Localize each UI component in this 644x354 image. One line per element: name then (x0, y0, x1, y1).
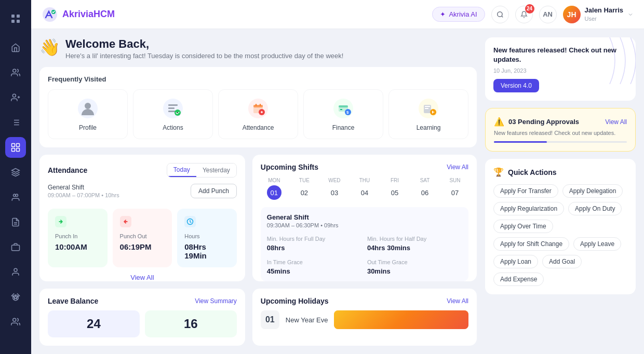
freq-item-learning[interactable]: Learning (388, 89, 468, 139)
notification-button[interactable]: 24 (515, 6, 533, 23)
in-grace-value: 45mins (267, 267, 362, 275)
list-icon[interactable] (5, 112, 26, 133)
tab-yesterday[interactable]: Yesterday (196, 164, 236, 177)
quick-actions-title-text: Quick Actions (508, 168, 557, 176)
dashboard-icon[interactable] (5, 137, 26, 158)
shift-detail-time: 09:30AM – 06:30PM • 09hrs (267, 222, 462, 228)
svg-rect-0 (11, 15, 15, 18)
new-features-card: New features released! Check out new upd… (485, 37, 636, 101)
days-row: MON 01 TUE 02 WED 03 THU (261, 178, 468, 200)
freq-profile-label: Profile (79, 124, 97, 131)
teams2-icon[interactable] (5, 311, 26, 332)
holiday-date: 01 (261, 310, 279, 329)
svg-text:$: $ (346, 110, 349, 115)
version-button[interactable]: Version 4.0 (493, 79, 539, 92)
qa-apply-delegation[interactable]: Apply Delegation (562, 184, 623, 198)
grid-menu-icon[interactable] (5, 8, 26, 29)
user-menu[interactable]: JH Jalen Harris User (563, 6, 634, 23)
shifts-view-all[interactable]: View All (447, 164, 468, 171)
freq-item-profile[interactable]: Profile (48, 89, 128, 139)
holidays-view-all[interactable]: View All (447, 297, 468, 305)
qa-apply-over-time[interactable]: Apply Over Time (493, 220, 553, 233)
leave-value-1: 24 (48, 310, 140, 337)
day-wed[interactable]: WED 03 (321, 178, 348, 200)
day-sat[interactable]: SAT 06 (411, 178, 438, 200)
shift-detail-card: General Shift 09:30AM – 06:30PM • 09hrs … (261, 207, 468, 281)
day-tue[interactable]: TUE 02 (291, 178, 318, 200)
document-icon[interactable] (5, 212, 26, 233)
medal-icon[interactable] (5, 287, 26, 307)
svg-rect-3 (17, 20, 20, 23)
svg-point-5 (12, 94, 16, 97)
attendance-card: Attendance Today Yesterday General Shift… (39, 155, 245, 281)
punch-out-card: Punch Out 06:19PM (113, 209, 172, 267)
home-icon[interactable] (5, 37, 26, 58)
in-grace-label: In Time Grace (267, 259, 303, 265)
day-sun[interactable]: SUN 07 (441, 178, 468, 200)
middle-row: Attendance Today Yesterday General Shift… (39, 155, 477, 281)
svg-rect-48 (339, 105, 348, 107)
akrivia-ai-button[interactable]: ✦ Akrivia AI (432, 7, 485, 22)
min-half-day-label: Min. Hours for Half Day (367, 236, 426, 242)
punch-out-value: 06:19PM (120, 242, 165, 251)
day-thu[interactable]: THU 04 (351, 178, 378, 200)
attendance-shift-time: 09:00AM – 07:00PM • 10hrs (48, 192, 119, 198)
svg-rect-17 (17, 148, 20, 152)
holiday-item: 01 New Year Eve (261, 310, 468, 329)
right-panel: New features released! Check out new upd… (485, 37, 636, 346)
left-panel: 👋 Welcome Back, Here's a lil' interestin… (39, 37, 477, 346)
content-area: 👋 Welcome Back, Here's a lil' interestin… (31, 29, 644, 354)
qa-add-goal[interactable]: Add Goal (542, 255, 582, 268)
qa-add-expense[interactable]: Add Expense (493, 273, 544, 286)
freq-item-finance[interactable]: $ Finance (303, 89, 383, 139)
freq-item-attendance[interactable]: Attendance (218, 89, 298, 139)
team-icon[interactable] (5, 162, 26, 183)
leave-balance-title: Leave Balance (48, 297, 98, 305)
add-punch-button[interactable]: Add Punch (191, 184, 237, 198)
qa-apply-loan[interactable]: Apply Loan (493, 255, 538, 268)
hours-icon (184, 216, 230, 230)
tab-today[interactable]: Today (167, 164, 196, 177)
holiday-image (334, 310, 468, 329)
punch-out-label: Punch Out (120, 233, 165, 239)
attendance-tab-group: Today Yesterday (167, 163, 237, 178)
people-icon[interactable] (5, 62, 26, 83)
svg-rect-41 (256, 104, 257, 106)
logo-icon (42, 6, 58, 23)
hours-card: Hours 08Hrs 19Min (177, 209, 237, 267)
user-avatar: JH (563, 6, 581, 23)
leave-view-summary[interactable]: View Summary (195, 297, 236, 305)
day-fri[interactable]: FRI 05 (381, 178, 408, 200)
svg-rect-14 (12, 144, 15, 147)
svg-point-4 (13, 69, 16, 72)
freq-item-actions[interactable]: Actions (133, 89, 213, 139)
attendance-view-all[interactable]: View All (48, 274, 237, 281)
person-add-icon[interactable] (5, 87, 26, 108)
min-full-day-label: Min. Hours for Full Day (267, 236, 325, 242)
qa-apply-on-duty[interactable]: Apply On Duty (568, 202, 622, 215)
qa-apply-transfer[interactable]: Apply For Transfer (493, 184, 558, 198)
pending-view-all[interactable]: View All (605, 118, 627, 126)
person2-icon[interactable] (5, 262, 26, 282)
freq-learning-label: Learning (417, 124, 441, 131)
qa-apply-shift-change[interactable]: Apply for Shift Change (493, 237, 569, 251)
qa-apply-leave[interactable]: Apply Leave (573, 237, 621, 251)
svg-rect-22 (12, 245, 20, 251)
group-icon[interactable] (5, 187, 26, 208)
punch-in-value: 10:00AM (55, 242, 100, 251)
upcoming-shifts-card: Upcoming Shifts View All MON 01 TUE 02 (252, 155, 477, 281)
attendance-title: Attendance (48, 166, 87, 174)
welcome-emoji: 👋 (39, 37, 60, 57)
svg-point-29 (497, 11, 502, 16)
hours-value: 08Hrs 19Min (184, 242, 230, 260)
svg-rect-49 (340, 109, 342, 110)
punch-in-label: Punch In (55, 233, 100, 239)
svg-rect-40 (253, 105, 263, 107)
translation-button[interactable]: AN (539, 6, 557, 23)
qa-apply-regularization[interactable]: Apply Regularization (493, 202, 564, 215)
trophy-icon: 🏆 (493, 167, 504, 177)
day-mon[interactable]: MON 01 (261, 178, 288, 200)
svg-marker-25 (14, 295, 18, 299)
badge-icon[interactable] (5, 237, 26, 257)
search-button[interactable] (491, 6, 509, 23)
